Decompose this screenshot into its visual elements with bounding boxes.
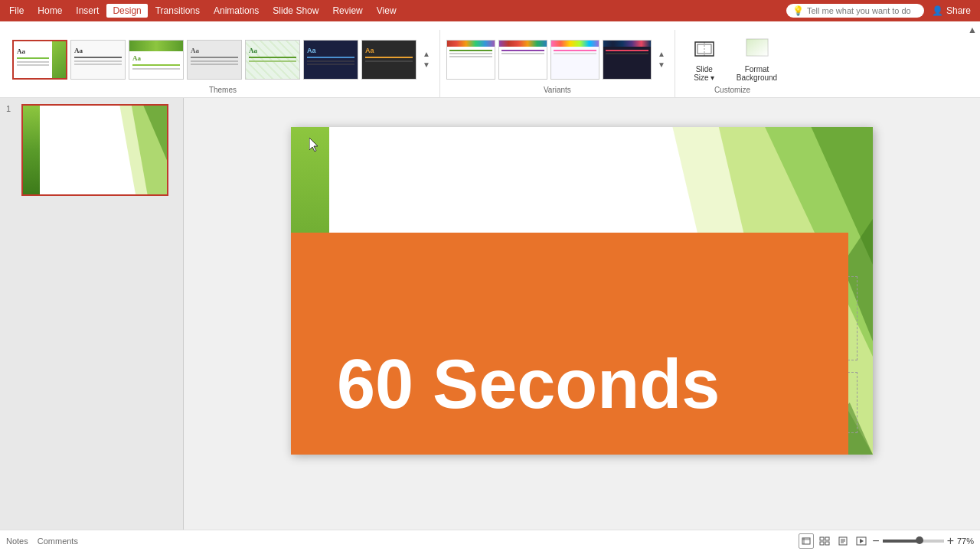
- theme-item-6[interactable]: Aa: [303, 40, 358, 80]
- variants-label: Variants: [544, 86, 571, 97]
- variants-scroll[interactable]: ▲ ▼: [655, 47, 668, 72]
- mouse-cursor: [309, 138, 318, 155]
- svg-rect-16: [802, 538, 810, 544]
- theme-item-2[interactable]: Aa: [70, 40, 126, 80]
- slide-thumb-inner: [23, 106, 167, 194]
- customize-label: Customize: [714, 86, 750, 97]
- slide-canvas[interactable]: Click to add title subtitle 60 Seconds: [291, 127, 873, 455]
- slide-size-icon: [692, 37, 717, 62]
- zoom-percent-label[interactable]: 77%: [957, 536, 974, 546]
- menu-file[interactable]: File: [3, 4, 30, 18]
- svg-rect-20: [825, 537, 829, 540]
- status-notes: Notes: [6, 536, 28, 546]
- status-icons-group: − + 77%: [799, 533, 974, 549]
- menu-slideshow[interactable]: Slide Show: [266, 4, 325, 18]
- zoom-slider[interactable]: [883, 540, 944, 543]
- svg-marker-15: [309, 138, 318, 152]
- themes-list: Aa Aa Aa: [12, 30, 433, 86]
- slide-panel: 1: [0, 98, 184, 530]
- search-input[interactable]: [807, 6, 914, 15]
- format-background-label: FormatBackground: [737, 65, 777, 82]
- search-box: 💡: [786, 4, 924, 18]
- ribbon-collapse-button[interactable]: ▲: [968, 24, 977, 35]
- customize-section: SlideSize ▾ FormatBack: [675, 30, 789, 97]
- ribbon: Aa Aa Aa: [0, 21, 980, 98]
- menu-review[interactable]: Review: [326, 4, 368, 18]
- zoom-control: − + 77%: [872, 535, 974, 547]
- menu-animations[interactable]: Animations: [207, 4, 265, 18]
- variant-item-4[interactable]: [603, 40, 652, 80]
- main-area: 1: [0, 98, 980, 530]
- lightbulb-icon: 💡: [792, 5, 804, 16]
- svg-rect-22: [825, 542, 829, 545]
- menu-view[interactable]: View: [371, 4, 403, 18]
- slide-thumbnail[interactable]: [21, 104, 168, 196]
- zoom-slider-fill: [883, 540, 920, 543]
- slideshow-icon[interactable]: [854, 533, 869, 549]
- slide-thumb-right-decor: [88, 106, 167, 194]
- variants-section: ▲ ▼ Variants: [440, 30, 675, 97]
- menu-design[interactable]: Design: [106, 4, 147, 18]
- status-bar: Notes Comments: [0, 530, 980, 551]
- format-background-button[interactable]: FormatBackground: [730, 34, 783, 85]
- variants-list: ▲ ▼: [446, 30, 668, 86]
- menu-transitions[interactable]: Transitions: [149, 4, 206, 18]
- zoom-in-button[interactable]: +: [947, 535, 954, 547]
- svg-rect-4: [746, 39, 768, 56]
- theme-item-5[interactable]: Aa: [245, 40, 300, 80]
- menu-home[interactable]: Home: [31, 4, 68, 18]
- menu-bar: File Home Insert Design Transitions Anim…: [0, 0, 980, 21]
- variant-item-2[interactable]: [498, 40, 547, 80]
- orange-countdown-overlay: 60 Seconds: [291, 233, 848, 455]
- themes-scroll[interactable]: ▲ ▼: [420, 47, 433, 72]
- countdown-text: 60 Seconds: [337, 345, 720, 424]
- theme-item-3[interactable]: Aa: [129, 40, 184, 80]
- person-icon: 👤: [932, 5, 943, 16]
- theme-item-1[interactable]: Aa: [12, 40, 67, 80]
- themes-section: Aa Aa Aa: [6, 30, 440, 97]
- zoom-slider-thumb: [916, 536, 923, 544]
- theme-item-4[interactable]: Aa: [187, 40, 242, 80]
- slide-number: 1: [6, 104, 17, 113]
- slide-size-label: SlideSize ▾: [694, 65, 714, 82]
- format-background-icon: [745, 37, 769, 62]
- normal-view-icon[interactable]: [799, 533, 814, 549]
- svg-rect-21: [820, 542, 824, 545]
- svg-marker-28: [860, 539, 864, 543]
- themes-label: Themes: [209, 86, 237, 97]
- slide-size-button[interactable]: SlideSize ▾: [681, 34, 727, 85]
- slide-thumbnail-item: 1: [6, 104, 177, 196]
- slide-sorter-icon[interactable]: [817, 533, 832, 549]
- theme-item-7[interactable]: Aa: [361, 40, 416, 80]
- customize-buttons: SlideSize ▾ FormatBack: [681, 30, 783, 86]
- share-button[interactable]: 👤 Share: [926, 4, 977, 18]
- svg-rect-19: [820, 537, 824, 540]
- status-comments: Comments: [38, 536, 78, 546]
- reading-view-icon[interactable]: [835, 533, 851, 549]
- variant-item-1[interactable]: [446, 40, 495, 80]
- variant-item-3[interactable]: [550, 40, 599, 80]
- slide-thumb-left-bar: [23, 106, 40, 194]
- zoom-out-button[interactable]: −: [872, 535, 879, 547]
- menu-insert[interactable]: Insert: [70, 4, 105, 18]
- canvas-area: Click to add title subtitle 60 Seconds: [184, 98, 980, 530]
